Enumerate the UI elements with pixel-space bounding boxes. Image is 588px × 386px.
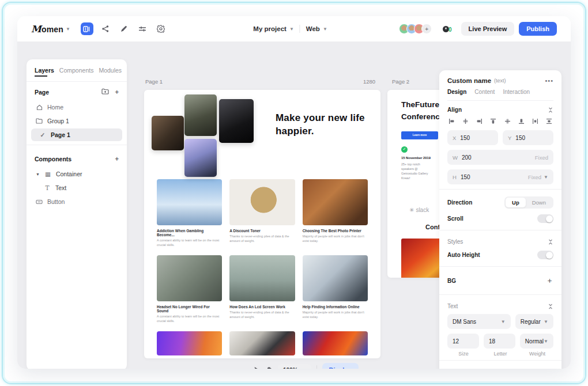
article-card[interactable]: Headset No Longer Wired For Sound A cons…	[157, 255, 222, 324]
portrait-photo[interactable]	[219, 99, 254, 143]
slack-icon: ✳	[409, 207, 414, 213]
sidebar-item-home[interactable]: Home	[27, 100, 127, 114]
direction-up-option[interactable]: Up	[506, 198, 526, 207]
tune-sliders-icon[interactable]	[136, 22, 149, 35]
x-position-field[interactable]: X 150	[447, 130, 498, 145]
card-image[interactable]	[157, 331, 222, 355]
card-image	[303, 255, 368, 301]
font-size-field[interactable]: 12	[447, 334, 479, 349]
collapse-icon[interactable]	[548, 107, 553, 113]
font-family-value: DM Sans	[453, 319, 476, 325]
collapse-icon[interactable]	[548, 239, 553, 245]
auto-height-label: Auto Height	[447, 252, 480, 258]
article-card[interactable]: A Discount Toner Thanks to never-ending …	[229, 179, 295, 248]
page2-label[interactable]: Page 2	[392, 78, 409, 85]
pen-tool-icon[interactable]	[118, 22, 130, 35]
y-position-field[interactable]: Y 150	[503, 130, 553, 145]
article-card[interactable]: Choosing The Best Photo Printer Majority…	[303, 179, 368, 248]
caret-down-icon[interactable]: ▼	[36, 172, 40, 176]
align-left-icon[interactable]	[448, 118, 455, 124]
align-right-icon[interactable]	[476, 118, 483, 124]
font-family-dropdown[interactable]: DM Sans ▼	[447, 314, 511, 329]
learn-more-button[interactable]: Learn more	[401, 131, 438, 139]
letter-spacing-field[interactable]: 18	[484, 334, 515, 349]
cursor-tool-icon[interactable]	[254, 366, 261, 369]
abstract-image[interactable]	[401, 239, 442, 278]
text-icon: T	[44, 184, 51, 191]
share-nodes-icon[interactable]	[99, 22, 112, 35]
display-button[interactable]: Display	[322, 363, 359, 369]
element-name[interactable]: Custom name	[447, 77, 491, 84]
sidebar-item-group1[interactable]: Group 1	[27, 114, 127, 128]
more-options-icon[interactable]: •••	[545, 77, 553, 84]
distribute-v-icon[interactable]	[546, 118, 552, 124]
gear-icon[interactable]	[154, 22, 167, 35]
hero-heading[interactable]: Make your new life happier.	[276, 112, 372, 138]
tab-layers[interactable]: Layers	[35, 67, 54, 76]
add-folder-icon[interactable]	[101, 88, 109, 96]
live-preview-button[interactable]: Live Preview	[461, 22, 515, 36]
w-mode[interactable]: Fixed	[535, 154, 548, 161]
hand-tool-icon[interactable]	[266, 366, 273, 369]
add-page-icon[interactable]: ＋	[114, 88, 120, 96]
layout-tool-button[interactable]	[81, 22, 93, 35]
platform-selector[interactable]: Web ▼	[306, 25, 327, 32]
card-image[interactable]	[303, 331, 368, 355]
weight-label: Weight	[521, 351, 553, 357]
font-weight-dropdown[interactable]: Normal ▼	[520, 334, 553, 349]
tab-components[interactable]: Components	[59, 67, 94, 76]
direction-down-option[interactable]: Down	[526, 198, 552, 207]
divider	[439, 266, 561, 267]
align-bottom-icon[interactable]	[518, 118, 525, 124]
scroll-toggle[interactable]	[537, 214, 553, 223]
sidebar-item-button[interactable]: Button	[27, 195, 127, 209]
card-title: How Does An Lcd Screen Work	[229, 305, 295, 309]
zoom-level: 100%	[283, 367, 298, 369]
invite-collaborator-button[interactable]: ＋	[421, 24, 432, 34]
add-bg-icon[interactable]: ＋	[546, 275, 553, 286]
event-date: 15 November 2019	[401, 156, 434, 160]
article-card[interactable]: Help Finding Information Online Majority…	[303, 255, 368, 324]
color-section-title: Color	[447, 368, 462, 369]
credits-indicator[interactable]: 0	[442, 25, 452, 33]
sidebar-item-text[interactable]: T Text	[27, 181, 127, 195]
font-size-value: 12	[453, 338, 459, 345]
collapse-icon[interactable]	[548, 304, 553, 309]
article-card[interactable]: How Does An Lcd Screen Work Thanks to ne…	[229, 255, 295, 324]
height-field[interactable]: H 150 Fixed▼	[447, 169, 553, 184]
add-component-icon[interactable]: ＋	[114, 155, 120, 163]
card-image	[157, 179, 222, 225]
font-style-dropdown[interactable]: Regular ▼	[515, 314, 553, 329]
article-card[interactable]: Addiction When Gambling Become... A cons…	[157, 179, 222, 248]
align-center-v-icon[interactable]	[504, 118, 511, 124]
align-top-icon[interactable]	[490, 118, 496, 124]
sidebar-item-page1[interactable]: ✓ Page 1	[31, 128, 122, 141]
project-selector[interactable]: My project ▼	[253, 25, 293, 32]
tab-interaction[interactable]: Interaction	[503, 89, 530, 95]
portrait-photo[interactable]	[184, 139, 217, 177]
page2-heading[interactable]: TheFuture Conference	[401, 99, 442, 123]
align-center-h-icon[interactable]	[462, 118, 469, 124]
button-icon	[36, 199, 43, 205]
tab-modules[interactable]: Modules	[99, 67, 122, 76]
logo-menu[interactable]: MMomenomen ▼	[31, 24, 70, 35]
letter-label: Letter	[484, 351, 517, 357]
sidebar-item-container[interactable]: ▼ ▦ Container	[27, 167, 127, 181]
auto-height-toggle[interactable]	[537, 251, 553, 259]
page1-canvas[interactable]: Make your new life happier. Addiction Wh…	[144, 90, 380, 358]
h-mode-dropdown[interactable]: Fixed▼	[528, 174, 548, 180]
collaborator-avatars[interactable]: ＋	[399, 24, 432, 34]
publish-button[interactable]: Publish	[519, 22, 557, 36]
portrait-photo[interactable]	[184, 94, 217, 136]
width-field[interactable]: W 200 Fixed	[447, 150, 553, 165]
distribute-h-icon[interactable]	[532, 118, 538, 124]
tab-content[interactable]: Content	[474, 89, 495, 95]
y-label: Y	[508, 135, 511, 141]
tab-design[interactable]: Design	[447, 89, 466, 95]
page1-label[interactable]: Page 1	[145, 78, 163, 85]
chevron-down-icon: ▼	[544, 339, 548, 344]
card-image[interactable]	[229, 331, 295, 355]
portrait-photo[interactable]	[152, 116, 184, 150]
page2-canvas[interactable]: TheFuture Conference Learn more Learn mo…	[387, 90, 442, 278]
zoom-level-dropdown[interactable]: 100% ▼	[278, 364, 311, 369]
